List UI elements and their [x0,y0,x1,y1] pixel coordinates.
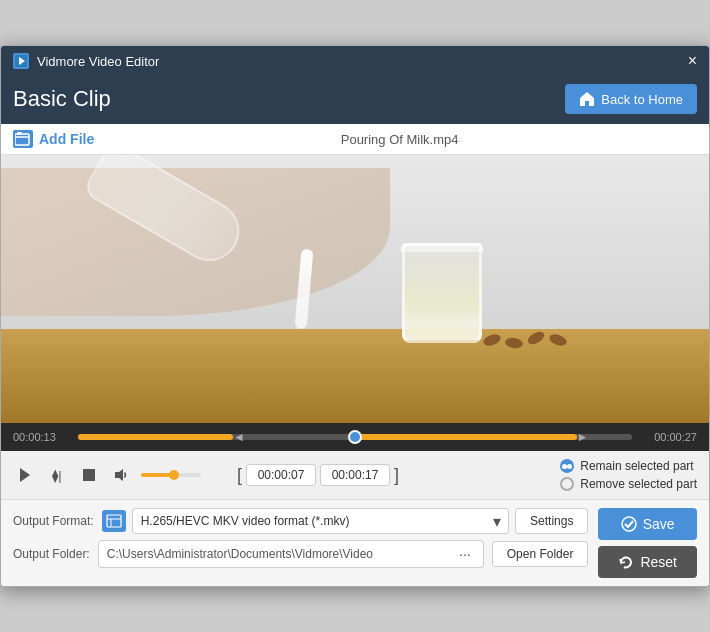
add-file-label: Add File [39,131,94,147]
clip-controls: [ 00:00:07 00:00:17 ] [237,464,399,486]
timeline-bar: 00:00:13 ◄ ► 00:00:27 [1,423,709,451]
clip-options: Remain selected part Remove selected par… [560,459,697,491]
save-icon [621,516,637,532]
format-icon [102,510,126,532]
title-bar: Vidmore Video Editor × [1,46,709,76]
page-title: Basic Clip [13,86,111,112]
clip-start-time[interactable]: 00:00:07 [246,464,316,486]
volume-slider[interactable] [141,473,201,477]
clip-start-bracket[interactable]: [ [237,465,242,486]
app-window: Vidmore Video Editor × Basic Clip Back t… [0,45,710,587]
reset-label: Reset [640,554,677,570]
remove-radio[interactable] [560,477,574,491]
folder-path-field[interactable]: ··· [98,540,484,568]
svg-marker-6 [20,468,30,482]
close-button[interactable]: × [688,52,697,70]
svg-marker-8 [115,469,123,481]
open-folder-button[interactable]: Open Folder [492,541,589,567]
volume-button[interactable] [109,463,133,487]
folder-path-input[interactable] [107,547,455,561]
home-icon [579,91,595,107]
remove-option[interactable]: Remove selected part [560,477,697,491]
video-almonds [483,335,567,348]
frame-step-button[interactable]: ⧫| [45,463,69,487]
remain-radio[interactable] [560,459,574,473]
svg-rect-3 [17,132,22,135]
svg-rect-9 [107,515,121,527]
timeline-track[interactable]: ◄ ► [78,434,632,440]
svg-rect-2 [15,134,29,145]
remain-option[interactable]: Remain selected part [560,459,697,473]
format-label: Output Format: [13,514,94,528]
app-icon [13,53,29,69]
output-settings: Output Format: H.265/HEVC MKV video form… [13,508,588,578]
video-frame [1,155,709,423]
format-row: Output Format: H.265/HEVC MKV video form… [13,508,588,534]
settings-button[interactable]: Settings [515,508,588,534]
trim-left-handle[interactable]: ◄ [233,430,245,444]
video-table [1,329,709,423]
timeline-start-time: 00:00:13 [13,431,68,443]
add-file-button[interactable]: Add File [13,130,94,148]
svg-point-12 [622,517,636,531]
toolbar: Add File Pouring Of Milk.mp4 [1,124,709,155]
add-file-icon [13,130,33,148]
save-label: Save [643,516,675,532]
video-player[interactable] [1,155,709,423]
folder-row: Output Folder: ··· Open Folder [13,540,588,568]
format-select-wrapper[interactable]: H.265/HEVC MKV video format (*.mkv) H.26… [132,508,509,534]
current-file-name: Pouring Of Milk.mp4 [102,132,697,147]
timeline-thumb[interactable] [348,430,362,444]
almond-2 [505,336,524,349]
svg-rect-7 [83,469,95,481]
reset-button[interactable]: Reset [598,546,697,578]
stop-button[interactable] [77,463,101,487]
clip-end-time[interactable]: 00:00:17 [320,464,390,486]
action-buttons: Save Reset [598,508,697,578]
reset-icon [618,554,634,570]
clip-end-bracket[interactable]: ] [394,465,399,486]
controls-left: ⧫| [ 00:00:07 00:00:17 [13,463,399,487]
remove-label: Remove selected part [580,477,697,491]
almond-4 [548,332,568,348]
output-section: Output Format: H.265/HEVC MKV video form… [1,500,709,586]
save-button[interactable]: Save [598,508,697,540]
controls-bar: ⧫| [ 00:00:07 00:00:17 [1,451,709,500]
back-home-button[interactable]: Back to Home [565,84,697,114]
format-select[interactable]: H.265/HEVC MKV video format (*.mkv) H.26… [132,508,509,534]
almond-1 [482,332,502,348]
window-title: Vidmore Video Editor [37,54,159,69]
title-bar-left: Vidmore Video Editor [13,53,159,69]
header-bar: Basic Clip Back to Home [1,76,709,124]
timeline-end-time: 00:00:27 [642,431,697,443]
play-button[interactable] [13,463,37,487]
volume-thumb [169,470,179,480]
back-home-label: Back to Home [601,92,683,107]
video-glass [402,243,482,343]
browse-button[interactable]: ··· [455,546,475,562]
folder-label: Output Folder: [13,547,90,561]
remain-label: Remain selected part [580,459,693,473]
trim-right-handle[interactable]: ► [577,430,589,444]
